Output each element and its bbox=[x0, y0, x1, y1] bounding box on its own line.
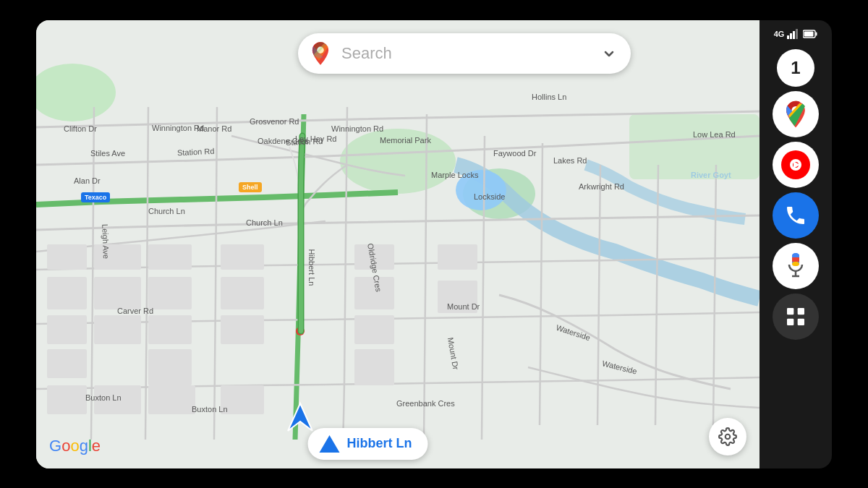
svg-rect-18 bbox=[221, 277, 264, 309]
svg-rect-46 bbox=[792, 253, 799, 257]
poi-texaco: Texaco bbox=[81, 192, 110, 202]
svg-rect-26 bbox=[47, 385, 87, 414]
search-input-text[interactable]: Search bbox=[341, 44, 599, 63]
app-icon-launcher[interactable] bbox=[773, 294, 819, 340]
map-area: Station Rd Station Rd Church Ln Church L… bbox=[36, 20, 760, 468]
svg-rect-0 bbox=[36, 20, 760, 468]
search-chevron-icon[interactable] bbox=[599, 43, 619, 64]
google-logo: Google bbox=[49, 437, 101, 455]
svg-rect-9 bbox=[47, 349, 87, 378]
navigation-card[interactable]: Hibbert Ln bbox=[308, 428, 428, 460]
navigation-arrow-icon bbox=[320, 435, 340, 453]
map-background bbox=[36, 20, 760, 468]
phone-icon bbox=[784, 204, 807, 227]
svg-rect-16 bbox=[148, 349, 192, 385]
svg-rect-53 bbox=[787, 318, 793, 325]
youtube-music-icon bbox=[780, 149, 812, 181]
notification-badge[interactable]: 1 bbox=[777, 49, 814, 87]
battery-icon bbox=[803, 30, 817, 38]
svg-rect-21 bbox=[354, 277, 394, 309]
svg-rect-54 bbox=[798, 318, 804, 325]
svg-rect-28 bbox=[148, 385, 195, 414]
status-bar: 4G bbox=[760, 26, 832, 42]
network-badge: 4G bbox=[774, 30, 785, 38]
svg-rect-22 bbox=[354, 315, 394, 344]
svg-point-1 bbox=[340, 129, 456, 194]
svg-rect-36 bbox=[796, 29, 798, 39]
gear-icon bbox=[718, 427, 737, 446]
screen-container: Station Rd Station Rd Church Ln Church L… bbox=[36, 20, 832, 468]
svg-rect-52 bbox=[798, 308, 804, 314]
svg-rect-7 bbox=[47, 277, 87, 309]
svg-rect-20 bbox=[354, 244, 394, 270]
svg-rect-25 bbox=[438, 281, 477, 313]
svg-rect-23 bbox=[354, 349, 394, 385]
svg-point-5 bbox=[456, 170, 506, 210]
maps-pin-icon bbox=[307, 40, 334, 67]
app-icon-youtube-music[interactable] bbox=[773, 142, 819, 188]
search-bar[interactable]: Search bbox=[298, 33, 631, 74]
settings-button[interactable] bbox=[709, 418, 746, 455]
maps-icon bbox=[780, 98, 812, 130]
svg-rect-34 bbox=[790, 33, 792, 39]
svg-rect-15 bbox=[148, 315, 192, 344]
right-sidebar: 4G 1 bbox=[760, 20, 832, 468]
svg-rect-8 bbox=[47, 315, 87, 344]
svg-rect-39 bbox=[804, 31, 814, 36]
svg-rect-6 bbox=[47, 244, 87, 270]
svg-rect-48 bbox=[792, 262, 799, 266]
svg-rect-3 bbox=[629, 114, 760, 179]
svg-rect-17 bbox=[221, 244, 264, 270]
svg-point-31 bbox=[296, 327, 305, 335]
svg-rect-19 bbox=[221, 315, 264, 344]
nav-street-name: Hibbert Ln bbox=[347, 436, 412, 451]
svg-rect-13 bbox=[148, 244, 192, 270]
app-icon-assistant[interactable] bbox=[773, 243, 819, 289]
svg-rect-29 bbox=[221, 385, 264, 414]
svg-rect-14 bbox=[148, 277, 192, 309]
svg-rect-35 bbox=[793, 31, 795, 39]
svg-rect-47 bbox=[792, 257, 799, 262]
svg-rect-38 bbox=[816, 32, 817, 35]
svg-rect-27 bbox=[94, 385, 141, 414]
svg-rect-51 bbox=[787, 308, 793, 314]
svg-rect-10 bbox=[94, 244, 141, 270]
svg-rect-33 bbox=[787, 35, 789, 39]
grid-icon bbox=[784, 305, 807, 328]
assistant-icon bbox=[782, 250, 809, 282]
signal-icon bbox=[787, 29, 800, 39]
svg-rect-11 bbox=[94, 277, 141, 309]
svg-rect-24 bbox=[438, 244, 477, 270]
app-icon-maps[interactable] bbox=[773, 91, 819, 137]
app-icon-phone[interactable] bbox=[773, 192, 819, 239]
svg-rect-12 bbox=[94, 315, 141, 344]
poi-shell: Shell bbox=[239, 182, 262, 192]
